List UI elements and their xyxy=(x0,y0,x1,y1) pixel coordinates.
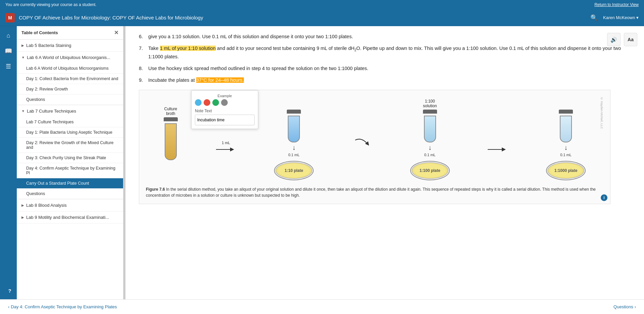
note-text-input[interactable] xyxy=(195,115,255,125)
test-tube-culture xyxy=(165,123,177,160)
lab8-label: Lab 8 Blood Analysis xyxy=(26,203,67,208)
test-tube-10 xyxy=(288,116,300,142)
top-bar-message: You are currently viewing your course as… xyxy=(5,2,97,7)
color-gray[interactable] xyxy=(221,99,228,106)
arrow-down-100: ↓ xyxy=(428,144,432,151)
toc-close-icon[interactable]: ✕ xyxy=(114,29,118,36)
figure-info-icon[interactable]: i xyxy=(601,194,607,201)
toc-child-lab7-questions[interactable]: Questions xyxy=(17,189,123,199)
chevron-down-icon-lab7: ▼ xyxy=(21,109,25,113)
step-text-6: give you a 1:10 solution. Use 0.1 mL of … xyxy=(148,33,353,41)
lab9-label: Lab 9 Motility and Biochemical Examinati… xyxy=(26,215,109,220)
color-green[interactable] xyxy=(212,99,219,106)
step-8: 8. Use the hockey stick spread method ou… xyxy=(139,65,631,72)
bottom-nav: ‹ Day 4: Confirm Aseptic Technique by Ex… xyxy=(0,299,644,314)
lab7-label: Lab 7 Culture Techniques xyxy=(27,109,76,114)
figure-caption-bold: Figure 7.6 xyxy=(146,187,165,192)
plate-outer-1000: 1:1000 plate xyxy=(546,161,586,180)
toc-child-lab6-main[interactable]: Lab 6 A World of Ubiquitous Microorganis… xyxy=(17,63,123,74)
color-red[interactable] xyxy=(204,99,210,106)
text-size-button[interactable]: Aa xyxy=(624,33,637,46)
plate-outer-10: 1:10 plate xyxy=(274,161,314,180)
plate-10: 1:10 plate xyxy=(275,162,312,179)
copyright-watermark: © Hayden-McNeil, LLC xyxy=(599,96,605,184)
next-nav-link[interactable]: Questions › xyxy=(613,304,636,309)
toc-section-lab6: ▼ Lab 6 A World of Ubiquitous Microorgan… xyxy=(17,52,123,105)
return-instructor-link[interactable]: Return to Instructor View xyxy=(594,2,639,7)
lab6-label: Lab 6 A World of Ubiquitous Microorganis… xyxy=(27,55,110,60)
step-num-9: 9. xyxy=(139,76,146,84)
toc-section-lab7: ▼ Lab 7 Culture Techniques Lab 7 Culture… xyxy=(17,105,123,199)
toc-scroll[interactable]: ▶ Lab 5 Bacteria Staining ▼ Lab 6 A Worl… xyxy=(17,40,123,314)
arrow-right-svg xyxy=(216,145,236,153)
plate-outer-1000-border: 1:1000 plate xyxy=(546,161,586,180)
test-tube-1000 xyxy=(560,116,572,142)
0-1-ml-label-10: 0.1 mL xyxy=(288,153,300,157)
toc-section-header-lab9[interactable]: ▶ Lab 9 Motility and Biochemical Examina… xyxy=(17,211,123,223)
arrow-1ml: 1 mL xyxy=(216,141,236,153)
header-title: COPY OF Achieve Labs for Microbiology: C… xyxy=(19,15,203,20)
step-num-7: 7. xyxy=(139,45,146,61)
toc-section-lab9: ▶ Lab 9 Motility and Biochemical Examina… xyxy=(17,211,123,224)
step-num-8: 8. xyxy=(139,65,146,72)
list-icon[interactable]: ☰ xyxy=(2,60,14,72)
culture-broth-column: Culturebroth xyxy=(164,107,178,160)
curved-arrow xyxy=(352,137,372,153)
plate-outer-100-border: 1:100 plate xyxy=(410,161,450,180)
curved-arrow-svg xyxy=(352,137,372,153)
plate-outer-100: 1:100 plate xyxy=(410,161,450,180)
figure-container: Example Note Text Culturebroth xyxy=(139,90,610,204)
book-icon[interactable]: 📖 xyxy=(2,45,14,57)
toc-child-lab6-questions[interactable]: Questions xyxy=(17,95,123,105)
top-bar: You are currently viewing your course as… xyxy=(0,0,644,9)
toc-child-lab6-day2[interactable]: Day 2: Review Growth xyxy=(17,84,123,95)
chevron-right-icon-lab8: ▶ xyxy=(21,203,24,207)
toc-child-lab7-day3[interactable]: Day 3: Check Purity Using the Streak Pla… xyxy=(17,153,123,163)
step-9: 9. Incubate the plates at 37°C for 24–48… xyxy=(139,76,631,84)
search-icon[interactable]: 🔍 xyxy=(590,14,598,21)
tube-cap-3 xyxy=(423,110,437,114)
audio-button[interactable]: 🔊 xyxy=(607,33,621,46)
toc-section-header-lab8[interactable]: ▶ Lab 8 Blood Analysis xyxy=(17,199,123,211)
main-layout: ⌂ 📖 ☰ Table of Contents ✕ ▶ Lab 5 Bacter… xyxy=(0,26,644,314)
step-text-8: Use the hockey stick spread method outli… xyxy=(148,65,368,72)
arrow-right-svg-2 xyxy=(488,145,508,153)
toc-section-header-lab5[interactable]: ▶ Lab 5 Bacteria Staining xyxy=(17,40,123,51)
highlight-temp: 37°C for 24–48 hours. xyxy=(196,77,244,83)
thousand-tube-column: ↓ 0.1 mL 1:1000 plate xyxy=(546,99,586,180)
0-1-ml-label-100: 0.1 mL xyxy=(424,153,436,157)
home-icon[interactable]: ⌂ xyxy=(2,29,14,42)
next-arrow-icon: › xyxy=(635,304,636,309)
arrow-down-10: ↓ xyxy=(292,144,296,151)
help-button[interactable]: ? xyxy=(5,286,15,296)
prev-link-text: Day 4: Confirm Aseptic Technique by Exam… xyxy=(11,304,117,309)
header: M COPY OF Achieve Labs for Microbiology:… xyxy=(0,9,644,26)
note-text-label: Note Text xyxy=(195,109,255,113)
highlight-1-10-solution: 1 mL of your 1:10 solution xyxy=(160,46,216,51)
toc-section-header-lab6[interactable]: ▼ Lab 6 A World of Ubiquitous Microorgan… xyxy=(17,52,123,63)
step-text-7: Take 1 mL of your 1:10 solution and add … xyxy=(148,45,631,61)
toc-child-lab6-day1[interactable]: Day 1: Collect Bacteria from the Environ… xyxy=(17,74,123,84)
color-blue[interactable] xyxy=(195,99,202,106)
toc-child-lab7-plate[interactable]: Carry Out a Standard Plate Count xyxy=(17,178,123,189)
step-num-6: 6. xyxy=(139,33,146,41)
header-right: 🔍 Karen McKeown ▾ xyxy=(590,14,639,21)
toc-child-lab7-day4[interactable]: Day 4: Confirm Aseptic Technique by Exam… xyxy=(17,163,123,178)
toc-child-lab7-main[interactable]: Lab 7 Culture Techniques xyxy=(17,117,123,127)
chevron-down-icon-lab6: ▼ xyxy=(21,56,25,59)
user-menu[interactable]: Karen McKeown ▾ xyxy=(603,15,639,20)
toc-title: Table of Contents xyxy=(21,30,58,35)
ml-label: 1 mL xyxy=(222,141,230,145)
tube-cap-4 xyxy=(559,110,573,114)
toc-section-header-lab7[interactable]: ▼ Lab 7 Culture Techniques xyxy=(17,105,123,117)
header-left: M COPY OF Achieve Labs for Microbiology:… xyxy=(5,13,203,22)
step-text-9: Incubate the plates at 37°C for 24–48 ho… xyxy=(148,76,244,84)
toc-child-lab7-day1[interactable]: Day 1: Plate Bacteria Using Aseptic Tech… xyxy=(17,127,123,138)
step-6: 6. give you a 1:10 solution. Use 0.1 mL … xyxy=(139,33,631,41)
hundred-tube-column: 1:100solution ↓ 0.1 mL 1:100 plate xyxy=(410,99,450,180)
icon-sidebar: ⌂ 📖 ☰ xyxy=(0,26,17,314)
lab5-label: Lab 5 Bacteria Staining xyxy=(26,43,71,48)
arrow-right-2 xyxy=(488,145,508,153)
prev-nav-link[interactable]: ‹ Day 4: Confirm Aseptic Technique by Ex… xyxy=(8,304,117,309)
toc-child-lab7-day2[interactable]: Day 2: Review the Growth of the Mixed Cu… xyxy=(17,138,123,153)
